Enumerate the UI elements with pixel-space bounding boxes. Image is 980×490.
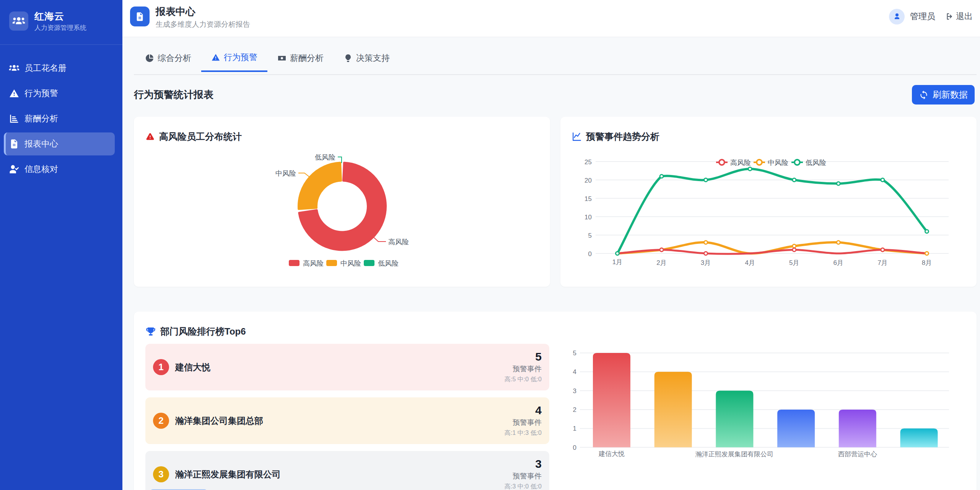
svg-text:高风险: 高风险 xyxy=(388,238,409,246)
svg-text:10: 10 xyxy=(584,214,592,221)
svg-text:中风险: 中风险 xyxy=(275,170,296,177)
svg-text:1: 1 xyxy=(573,425,576,432)
svg-text:15: 15 xyxy=(584,195,592,203)
svg-text:4月: 4月 xyxy=(745,259,755,266)
svg-text:3月: 3月 xyxy=(701,259,711,266)
svg-text:8月: 8月 xyxy=(922,259,932,266)
svg-text:5: 5 xyxy=(573,350,576,357)
svg-text:0: 0 xyxy=(573,444,576,451)
svg-text:低风险: 低风险 xyxy=(315,154,335,161)
svg-text:低风险: 低风险 xyxy=(806,159,826,167)
svg-text:25: 25 xyxy=(584,158,592,166)
svg-text:4: 4 xyxy=(573,368,576,376)
svg-text:低风险: 低风险 xyxy=(378,260,399,267)
svg-text:3: 3 xyxy=(573,387,576,395)
svg-text:西部营运中心: 西部营运中心 xyxy=(838,451,877,458)
svg-text:中风险: 中风险 xyxy=(340,260,361,267)
svg-text:建信大悦: 建信大悦 xyxy=(598,450,625,457)
svg-text:瀚洋正熙发展集团有限公司: 瀚洋正熙发展集团有限公司 xyxy=(695,451,773,458)
svg-text:5月: 5月 xyxy=(789,259,799,266)
svg-text:20: 20 xyxy=(584,177,592,184)
svg-text:高风险: 高风险 xyxy=(730,159,751,167)
svg-text:0: 0 xyxy=(588,250,592,258)
svg-text:2: 2 xyxy=(573,406,576,413)
svg-text:中风险: 中风险 xyxy=(768,159,788,167)
svg-text:7月: 7月 xyxy=(877,259,887,266)
svg-text:高风险: 高风险 xyxy=(303,260,324,267)
svg-text:6月: 6月 xyxy=(833,259,843,266)
svg-text:2月: 2月 xyxy=(656,259,666,266)
svg-text:1月: 1月 xyxy=(612,258,622,266)
svg-text:5: 5 xyxy=(588,232,592,239)
